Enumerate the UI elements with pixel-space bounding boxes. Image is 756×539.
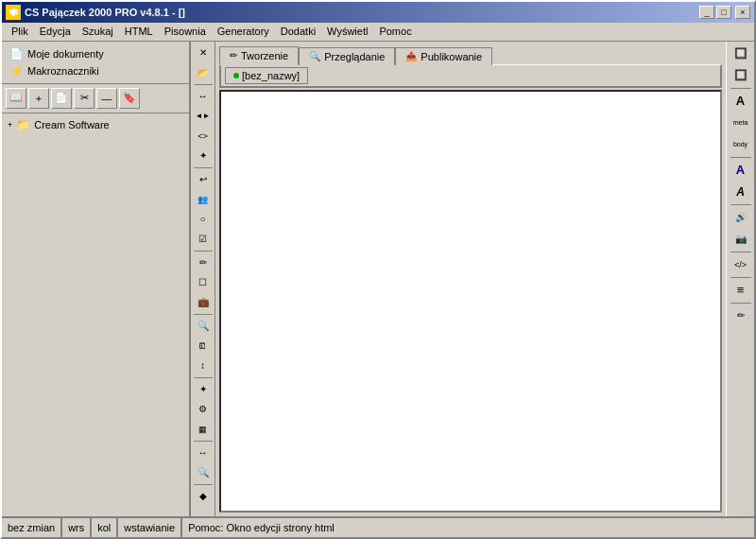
doc-tab-name: [bez_nazwy] [242,70,300,81]
right-btn-sound[interactable]: 🔊 [730,207,752,228]
mid-btn-check[interactable]: ☑ [193,230,214,249]
tool-scissors[interactable]: ✂ [74,88,94,109]
tree-root-item[interactable]: + 📁 Cream Software [6,117,185,132]
right-sep-3 [730,204,751,205]
mid-sep-4 [194,314,213,315]
macros-icon: ⚡ [9,64,24,78]
right-sep-4 [730,252,751,252]
tree-view: + 📁 Cream Software [2,113,189,516]
status-panel-3: kol [92,518,118,537]
editor-container[interactable] [219,90,722,513]
macros-item[interactable]: ⚡ Makroznaczniki [6,62,185,79]
tab-browse-icon: 🔍 [309,51,320,61]
tool-new[interactable]: 📄 [51,88,72,109]
status-text-4: wstawianie [124,522,175,533]
tab-create[interactable]: ✏ Tworzenie [219,46,299,65]
mid-btn-search[interactable]: 🔍 [193,463,214,482]
mid-btn-folder[interactable]: 📂 [193,63,214,82]
right-btn-font-size[interactable]: A [730,160,752,181]
right-btn-list[interactable]: ≡ [730,280,752,301]
right-icon-code: </> [734,260,747,270]
mid-sep-2 [194,167,213,168]
close-button[interactable]: × [735,6,750,19]
app-icon: 🕷 [6,5,21,20]
menu-search[interactable]: Szukaj [77,24,119,39]
right-icon-font: A [736,94,745,108]
mid-btn-undo[interactable]: ↩ [193,170,214,189]
status-panel-1: bez zmian [2,518,62,537]
right-sep-2 [730,157,751,158]
tool-open[interactable]: 📖 [6,88,26,109]
mid-toolbar: ✕ 📂 ↔ ◄► <> ✦ ↩ 👥 ○ ☑ ✏ ☐ 💼 🔍 🗓 ↕ [191,42,215,516]
tool-bookmark[interactable]: 🔖 [119,88,140,109]
right-icon-list: ≡ [737,283,745,297]
menu-edit[interactable]: Edycja [34,24,77,39]
mid-btn-checkbox[interactable]: ☐ [193,273,214,292]
tool-remove[interactable]: — [96,88,117,109]
right-icon-font3: A [736,185,745,199]
right-btn-font-style[interactable]: A [730,182,752,202]
mid-btn-star[interactable]: ✦ [193,147,214,165]
mid-btn-expand[interactable]: ↔ [193,87,214,106]
left-tools: 📖 + 📄 ✂ — 🔖 [2,84,189,113]
right-btn-font-a[interactable]: A [730,91,752,112]
mid-btn-zoom[interactable]: 🔍 [193,317,214,336]
minimize-button[interactable]: _ [699,6,714,19]
status-text-1: bez zmian [8,522,55,533]
mid-btn-grid[interactable]: ▦ [193,420,214,439]
tree-root-label: Cream Software [34,119,109,130]
editor-content[interactable] [221,92,720,511]
mid-btn-special[interactable]: ✦ [193,380,214,399]
tool-add[interactable]: + [28,88,49,109]
left-top-section: 📄 Moje dokumenty ⚡ Makroznaczniki [2,42,189,84]
right-btn-meta[interactable]: meta [730,113,752,133]
mid-btn-arrows[interactable]: ↔ [193,443,214,462]
status-main: Pomoc: Okno edycji strony html [182,522,754,533]
macros-label: Makroznaczniki [27,65,99,77]
right-btn-2[interactable]: 🔲 [730,65,752,86]
window-title: CS Pajączek 2000 PRO v4.8.1 - [] [25,7,185,18]
tab-publish[interactable]: 📤 Publikowanie [395,47,492,65]
right-sep-6 [730,303,751,304]
mid-btn-circle[interactable]: ○ [193,210,214,229]
menu-spelling[interactable]: Pisownia [159,24,212,39]
tree-expand-icon: + [8,120,12,130]
maximize-button[interactable]: □ [716,6,731,19]
tab-publish-icon: 📤 [405,51,417,61]
mid-btn-table2[interactable]: 🗓 [193,337,214,356]
mid-btn-double[interactable]: ◄► [193,107,214,126]
doc-tabs-bar: [bez_nazwy] [219,64,722,88]
right-sep-5 [730,277,751,278]
mid-btn-diamond[interactable]: ◆ [193,487,214,506]
right-btn-1[interactable]: 🔲 [730,43,752,64]
right-btn-pencil[interactable]: ✏ [730,305,752,326]
tab-create-label: Tworzenie [241,50,288,61]
menu-generators[interactable]: Generatory [212,24,275,39]
title-bar: 🕷 CS Pajączek 2000 PRO v4.8.1 - [] _ □ × [2,2,754,23]
right-icon-2: 🔲 [734,69,747,81]
menu-file[interactable]: Plik [6,24,34,39]
menu-html[interactable]: HTML [119,24,159,39]
right-btn-body[interactable]: body [730,134,752,155]
mid-btn-users[interactable]: 👥 [193,190,214,209]
my-docs-item[interactable]: 📄 Moje dokumenty [6,45,185,62]
status-bar: bez zmian wrs kol wstawianie Pomoc: Okno… [2,516,754,537]
mid-btn-code[interactable]: <> [193,127,214,146]
mid-btn-gear[interactable]: ⚙ [193,400,214,419]
menu-help[interactable]: Pomoc [373,24,417,39]
mid-sep-3 [194,251,213,252]
mid-btn-updown[interactable]: ↕ [193,356,214,375]
right-icon-image: 📷 [735,234,747,244]
mid-btn-pencil[interactable]: ✏ [193,253,214,272]
mid-btn-close[interactable]: ✕ [193,43,214,62]
mid-btn-briefcase[interactable]: 💼 [193,293,214,312]
doc-tab-unnamed[interactable]: [bez_nazwy] [225,67,308,84]
menu-extras[interactable]: Dodatki [275,24,321,39]
right-btn-code[interactable]: </> [730,254,752,275]
left-panel: 📄 Moje dokumenty ⚡ Makroznaczniki 📖 + 📄 … [2,42,191,516]
menu-view[interactable]: Wyświetl [321,24,373,39]
doc-tab-indicator [233,73,239,78]
right-icon-sound: 🔊 [735,212,747,222]
tab-browse[interactable]: 🔍 Przeglądanie [299,47,395,65]
right-btn-image[interactable]: 📷 [730,229,752,250]
